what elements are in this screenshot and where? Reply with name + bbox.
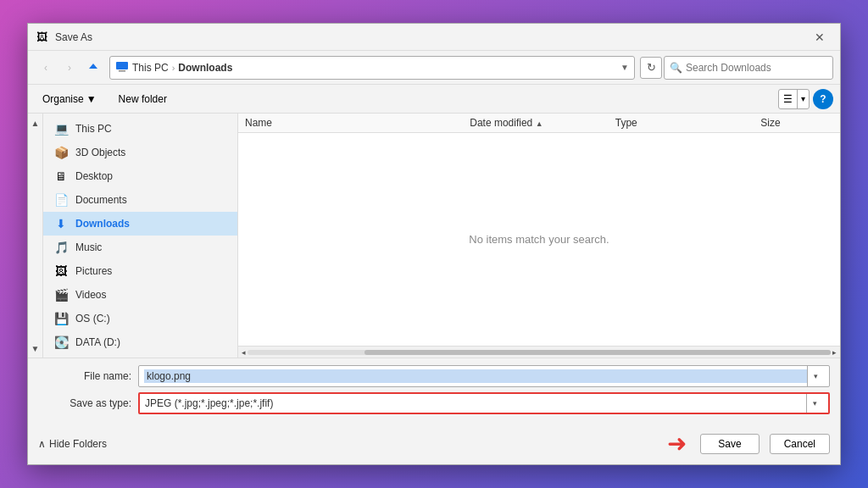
sidebar-item-videos[interactable]: 🎬 Videos — [43, 283, 237, 307]
downloads-icon: ⬇ — [53, 217, 69, 230]
column-size-label: Size — [760, 117, 780, 129]
sidebar-scroll-down-button[interactable]: ▼ — [28, 341, 42, 356]
file-name-value[interactable]: klogo.png — [144, 369, 807, 383]
scroll-thumb[interactable] — [364, 350, 831, 355]
sidebar-item-this-pc[interactable]: 💻 This PC — [43, 117, 237, 141]
sidebar-item-documents[interactable]: 📄 Documents — [43, 188, 237, 212]
address-sep1: › — [172, 63, 175, 73]
sidebar-item-data-d-label: DATA (D:) — [75, 336, 120, 348]
dialog-icon: 🖼 — [36, 30, 50, 44]
view-icon: ☰ — [783, 93, 793, 105]
scroll-track[interactable] — [248, 350, 831, 355]
sidebar-item-downloads[interactable]: ⬇ Downloads — [43, 212, 237, 236]
bottom-actions: ∧ Hide Folders ➜ Save Cancel — [28, 426, 840, 464]
sidebar-item-music[interactable]: 🎵 Music — [43, 236, 237, 259]
sidebar-item-pictures-label: Pictures — [75, 265, 112, 277]
file-name-label: File name: — [38, 370, 131, 382]
save-type-dropdown-button[interactable]: ▾ — [806, 394, 823, 413]
column-type-label: Type — [615, 117, 637, 129]
new-folder-button[interactable]: New folder — [111, 90, 175, 108]
this-pc-icon — [115, 59, 129, 75]
dialog-title: Save As — [55, 31, 808, 43]
column-name-label: Name — [245, 117, 272, 129]
sidebar-item-this-pc-label: This PC — [75, 123, 112, 135]
view-button[interactable]: ☰ ▾ — [778, 89, 810, 109]
search-icon: 🔍 — [670, 62, 682, 74]
hide-folders-label: Hide Folders — [49, 438, 107, 450]
3d-objects-icon: 📦 — [53, 146, 69, 159]
save-type-input-container[interactable]: JPEG (*.jpg;*.jpeg;*.jpe;*.jfif) ▾ — [138, 392, 830, 414]
sidebar-item-videos-label: Videos — [75, 289, 106, 301]
sidebar-item-documents-label: Documents — [75, 194, 127, 206]
file-name-dropdown-button[interactable]: ▾ — [807, 366, 824, 386]
back-button[interactable]: ‹ — [35, 57, 57, 79]
file-name-input-container[interactable]: klogo.png ▾ — [138, 365, 830, 387]
sidebar-item-3d-objects-label: 3D Objects — [75, 147, 125, 158]
address-bar[interactable]: This PC › Downloads ▼ — [109, 56, 635, 80]
sidebar-item-desktop[interactable]: 🖥 Desktop — [43, 164, 237, 188]
sidebar-scroll-up-button[interactable]: ▲ — [28, 115, 42, 130]
navigation-toolbar: ‹ › This PC › Downloads ▼ ↻ 🔍 — [28, 51, 840, 85]
column-size[interactable]: Size — [760, 117, 833, 129]
new-folder-label: New folder — [119, 93, 167, 105]
help-button[interactable]: ? — [813, 89, 833, 109]
view-dropdown-icon: ▾ — [801, 94, 805, 103]
sidebar-wrapper: ▲ ▼ 💻 This PC 📦 3D Objects 🖥 Desktop 📄 — [28, 114, 238, 358]
address-this-pc[interactable]: This PC — [132, 62, 169, 74]
sidebar-item-os-c[interactable]: 💾 OS (C:) — [43, 307, 237, 330]
address-parts: This PC › Downloads — [132, 62, 620, 74]
view-dropdown-button[interactable]: ▾ — [798, 90, 809, 108]
sidebar-item-data-d[interactable]: 💽 DATA (D:) — [43, 330, 237, 354]
videos-icon: 🎬 — [53, 288, 69, 302]
os-c-icon: 💾 — [53, 312, 69, 325]
sidebar-item-os-c-label: OS (C:) — [75, 313, 110, 324]
file-list-header: Name Date modified ▲ Type Size — [238, 114, 840, 133]
address-downloads[interactable]: Downloads — [178, 62, 232, 74]
music-icon: 🎵 — [53, 241, 69, 254]
address-dropdown-button[interactable]: ▼ — [620, 63, 629, 72]
title-bar: 🖼 Save As ✕ — [28, 24, 840, 51]
organise-button[interactable]: Organise ▼ — [35, 90, 104, 108]
save-button[interactable]: Save — [700, 434, 759, 454]
sidebar-scroll-controls: ▲ ▼ — [28, 114, 43, 358]
svg-rect-1 — [119, 70, 125, 72]
close-button[interactable]: ✕ — [808, 25, 832, 49]
save-type-label: Save as type: — [38, 397, 131, 409]
column-name[interactable]: Name — [245, 117, 463, 129]
refresh-button[interactable]: ↻ — [640, 57, 662, 79]
horizontal-scrollbar[interactable]: ◂ ▸ — [238, 346, 840, 358]
column-date-sort-icon: ▲ — [536, 119, 543, 128]
svg-rect-0 — [116, 62, 128, 69]
sidebar-item-pictures[interactable]: 🖼 Pictures — [43, 259, 237, 283]
main-content: ▲ ▼ 💻 This PC 📦 3D Objects 🖥 Desktop 📄 — [28, 114, 840, 358]
scroll-left-button[interactable]: ◂ — [240, 348, 248, 357]
up-button[interactable] — [82, 57, 104, 79]
file-area: Name Date modified ▲ Type Size No items … — [238, 114, 840, 358]
column-type[interactable]: Type — [615, 117, 761, 129]
file-list-body: No items match your search. — [238, 133, 840, 346]
search-input[interactable] — [686, 62, 827, 74]
sidebar-item-downloads-label: Downloads — [75, 218, 130, 230]
hide-folders-button[interactable]: ∧ Hide Folders — [38, 438, 107, 450]
toolbar2-right: ☰ ▾ ? — [778, 89, 833, 109]
arrow-hint-icon: ➜ — [667, 430, 687, 458]
column-date-modified[interactable]: Date modified ▲ — [463, 117, 615, 129]
organise-label: Organise — [42, 93, 84, 105]
pictures-icon: 🖼 — [53, 264, 69, 278]
this-pc-icon: 💻 — [53, 122, 69, 136]
organise-arrow-icon: ▼ — [86, 93, 97, 105]
save-type-value[interactable]: JPEG (*.jpg;*.jpeg;*.jpe;*.jfif) — [145, 397, 806, 409]
forward-button[interactable]: › — [58, 57, 81, 79]
cancel-button[interactable]: Cancel — [770, 434, 830, 454]
sidebar-item-3d-objects[interactable]: 📦 3D Objects — [43, 141, 237, 164]
save-type-row: Save as type: JPEG (*.jpg;*.jpeg;*.jpe;*… — [38, 392, 830, 414]
scroll-right-button[interactable]: ▸ — [831, 348, 838, 357]
documents-icon: 📄 — [53, 193, 69, 207]
search-box[interactable]: 🔍 — [664, 56, 833, 80]
hide-folders-icon: ∧ — [38, 438, 46, 450]
sidebar: 💻 This PC 📦 3D Objects 🖥 Desktop 📄 Docum… — [43, 114, 238, 358]
desktop-icon: 🖥 — [53, 169, 69, 183]
sidebar-item-music-label: Music — [75, 241, 102, 253]
command-toolbar: Organise ▼ New folder ☰ ▾ ? — [28, 85, 840, 114]
view-icon-btn[interactable]: ☰ — [779, 90, 798, 108]
